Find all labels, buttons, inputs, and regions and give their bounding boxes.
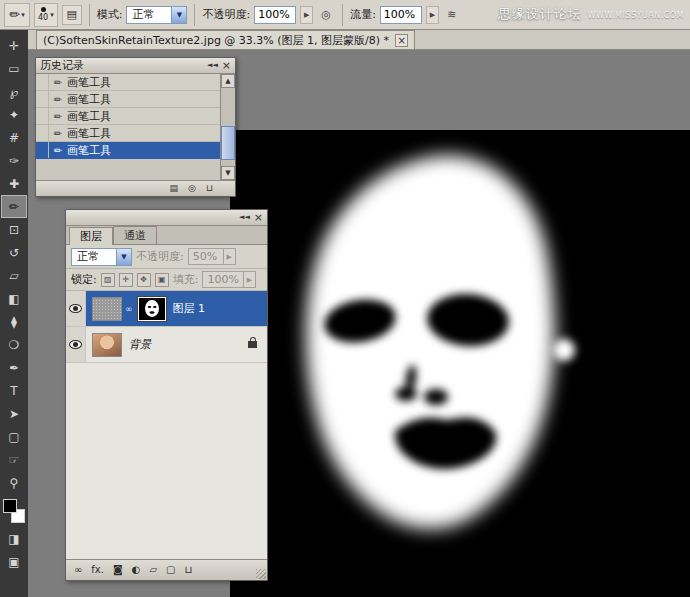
opacity-slider-button[interactable]: ▶: [300, 6, 313, 24]
layer1-thumbnail[interactable]: [92, 297, 122, 321]
history-step[interactable]: ✏ 画笔工具: [36, 108, 220, 125]
layer-row-layer1[interactable]: ∞ 图层 1: [66, 291, 267, 327]
resize-grip[interactable]: [256, 569, 266, 579]
eyedropper-tool[interactable]: ✑: [1, 149, 27, 172]
new-layer-icon[interactable]: ▢: [166, 565, 175, 575]
scrollbar-thumb[interactable]: [221, 126, 235, 160]
layer-name[interactable]: 背景: [129, 337, 151, 352]
hand-tool[interactable]: ☞: [1, 448, 27, 471]
collapse-icon[interactable]: ◄◄: [239, 214, 250, 221]
history-panel: 历史记录 ◄◄ × ✏ 画笔工具 ✏ 画笔工具 ✏ 画笔工具 ✏: [35, 57, 236, 197]
background-thumbnail[interactable]: [92, 333, 122, 357]
brush-tool[interactable]: ✏: [1, 195, 27, 218]
fill-label: 填充:: [173, 272, 199, 287]
path-select-tool[interactable]: ➤: [1, 402, 27, 425]
opacity-input[interactable]: [254, 6, 296, 24]
collapse-icon[interactable]: ◄◄: [207, 62, 218, 69]
document-tab[interactable]: (C)SoftenSkinRetainTexture2.jpg @ 33.3% …: [36, 30, 415, 49]
lock-all-icon[interactable]: ▣: [155, 273, 169, 287]
crop-tool[interactable]: #: [1, 126, 27, 149]
scroll-up-icon[interactable]: ▲: [221, 74, 235, 88]
move-tool[interactable]: ✛: [1, 34, 27, 57]
history-panel-titlebar[interactable]: 历史记录 ◄◄ ×: [36, 58, 235, 74]
history-brush-tool[interactable]: ↺: [1, 241, 27, 264]
layers-panel-titlebar[interactable]: ◄◄ ×: [66, 210, 267, 226]
lock-position-icon[interactable]: ✥: [137, 273, 151, 287]
healing-brush-tool[interactable]: ✚: [1, 172, 27, 195]
lock-pixels-icon[interactable]: ✛: [119, 273, 133, 287]
brush-tool-icon: ✏: [49, 128, 67, 139]
blend-options-row: 正常 ▼ 不透明度: 50% ▶: [66, 245, 267, 269]
close-icon[interactable]: ×: [395, 34, 408, 47]
shape-tool[interactable]: ▢: [1, 425, 27, 448]
flow-slider-button[interactable]: ▶: [426, 6, 439, 24]
flow-input[interactable]: [380, 6, 422, 24]
mode-select[interactable]: 正常 ▼: [126, 6, 187, 24]
tab-layers[interactable]: 图层: [69, 227, 113, 245]
add-mask-icon[interactable]: ◙: [113, 565, 123, 575]
marquee-tool[interactable]: ▭: [1, 57, 27, 80]
trash-icon[interactable]: ⊔: [185, 565, 193, 575]
blur-tool[interactable]: ⧫: [1, 310, 27, 333]
eye-icon[interactable]: [69, 304, 82, 313]
new-document-from-state-icon[interactable]: ▤: [170, 184, 179, 193]
mask-link-icon[interactable]: ∞: [125, 304, 133, 314]
chevron-down-icon: ▶: [243, 272, 255, 287]
eye-icon[interactable]: [69, 340, 82, 349]
airbrush-toggle-icon[interactable]: ≋: [443, 6, 461, 24]
lock-transparency-icon[interactable]: ▨: [101, 273, 115, 287]
close-icon[interactable]: ×: [254, 212, 263, 223]
blend-mode-value: 正常: [72, 249, 116, 264]
foreground-color-swatch[interactable]: [3, 499, 17, 513]
pen-tool[interactable]: ✒: [1, 356, 27, 379]
history-step-label: 画笔工具: [67, 143, 111, 158]
watermark-url-text: WWW.MISSYUAN.COM: [588, 11, 684, 20]
magic-wand-tool[interactable]: ✦: [1, 103, 27, 126]
brush-tool-icon: ✏: [49, 94, 67, 105]
history-source-cell[interactable]: [36, 91, 49, 107]
quick-mask-button[interactable]: ◨: [1, 527, 27, 550]
document-canvas[interactable]: [230, 130, 690, 597]
tab-channels[interactable]: 通道: [113, 226, 157, 244]
history-source-cell[interactable]: [36, 142, 49, 158]
current-tool-button[interactable]: ✏ ▾: [4, 3, 30, 27]
new-snapshot-icon[interactable]: ◎: [188, 184, 196, 193]
history-source-cell[interactable]: [36, 125, 49, 141]
new-group-icon[interactable]: ▱: [149, 565, 157, 575]
history-step-label: 画笔工具: [67, 75, 111, 90]
dodge-tool[interactable]: ❍: [1, 333, 27, 356]
gradient-tool[interactable]: ◧: [1, 287, 27, 310]
layer-style-icon[interactable]: fx.: [91, 565, 104, 575]
pen-pressure-icon[interactable]: ◎: [317, 6, 335, 24]
brushes-palette-toggle[interactable]: ▤: [62, 5, 82, 25]
scroll-down-icon[interactable]: ▼: [221, 166, 235, 180]
history-step[interactable]: ✏ 画笔工具: [36, 91, 220, 108]
type-tool[interactable]: T: [1, 379, 27, 402]
flow-label: 流量:: [350, 7, 376, 22]
adjustment-layer-icon[interactable]: ◐: [132, 565, 141, 575]
link-layers-icon[interactable]: ∞: [74, 565, 82, 575]
trash-icon[interactable]: ⊔: [206, 184, 213, 193]
layer-mask-thumbnail[interactable]: [138, 297, 166, 321]
clone-stamp-tool[interactable]: ⊡: [1, 218, 27, 241]
eraser-tool[interactable]: ▱: [1, 264, 27, 287]
screen-mode-button[interactable]: ▣: [1, 550, 27, 573]
history-source-cell[interactable]: [36, 74, 49, 90]
brush-preset-picker[interactable]: 40 ▾: [34, 3, 58, 27]
history-source-cell[interactable]: [36, 108, 49, 124]
chevron-down-icon[interactable]: ▼: [116, 249, 131, 265]
layer-name[interactable]: 图层 1: [173, 301, 206, 316]
visibility-cell[interactable]: [66, 291, 86, 326]
history-step-selected[interactable]: ✏ 画笔工具: [36, 142, 220, 159]
chevron-down-icon[interactable]: ▼: [171, 7, 186, 23]
history-step[interactable]: ✏ 画笔工具: [36, 125, 220, 142]
blend-mode-select[interactable]: 正常 ▼: [71, 248, 132, 266]
visibility-cell[interactable]: [66, 327, 86, 362]
zoom-tool[interactable]: ⚲: [1, 471, 27, 494]
layer-row-background[interactable]: 背景: [66, 327, 267, 363]
history-scrollbar[interactable]: ▲ ▼: [220, 74, 235, 180]
lasso-tool[interactable]: ℘: [1, 80, 27, 103]
history-step[interactable]: ✏ 画笔工具: [36, 74, 220, 91]
chevron-down-icon: ▾: [21, 11, 25, 19]
close-icon[interactable]: ×: [222, 60, 231, 71]
